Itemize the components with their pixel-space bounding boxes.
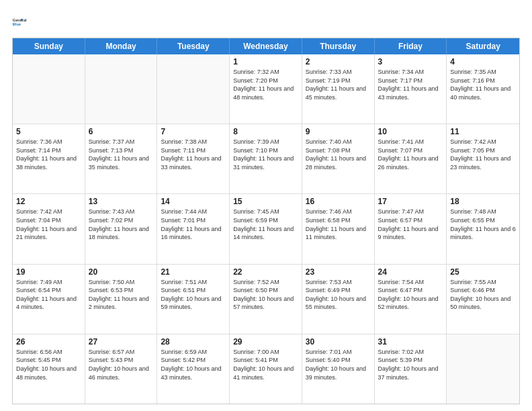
day-number: 26 — [16, 337, 81, 347]
header: General Blue — [12, 12, 520, 31]
day-cell-25: 25Sunrise: 7:55 AM Sunset: 6:46 PM Dayli… — [447, 265, 519, 334]
day-info: Sunrise: 7:53 AM Sunset: 6:49 PM Dayligh… — [306, 278, 371, 312]
day-cell-15: 15Sunrise: 7:45 AM Sunset: 6:59 PM Dayli… — [230, 194, 302, 263]
calendar-row-1: 5Sunrise: 7:36 AM Sunset: 7:14 PM Daylig… — [13, 124, 519, 193]
day-cell-20: 20Sunrise: 7:50 AM Sunset: 6:53 PM Dayli… — [85, 265, 158, 334]
day-number: 10 — [378, 127, 443, 136]
day-cell-5: 5Sunrise: 7:36 AM Sunset: 7:14 PM Daylig… — [13, 124, 85, 193]
day-cell-19: 19Sunrise: 7:49 AM Sunset: 6:54 PM Dayli… — [13, 265, 85, 334]
day-number: 2 — [306, 57, 371, 66]
day-cell-4: 4Sunrise: 7:35 AM Sunset: 7:16 PM Daylig… — [447, 54, 519, 124]
day-number: 21 — [161, 267, 226, 277]
weekday-header-sunday: Sunday — [13, 38, 85, 54]
day-number: 12 — [16, 197, 81, 206]
day-info: Sunrise: 7:41 AM Sunset: 7:07 PM Dayligh… — [378, 138, 443, 171]
day-info: Sunrise: 7:35 AM Sunset: 7:16 PM Dayligh… — [450, 68, 516, 101]
day-number: 17 — [378, 197, 443, 206]
empty-cell-0-2 — [157, 54, 230, 124]
day-info: Sunrise: 7:38 AM Sunset: 7:11 PM Dayligh… — [161, 138, 226, 171]
day-number: 18 — [450, 197, 516, 206]
day-info: Sunrise: 7:54 AM Sunset: 6:47 PM Dayligh… — [378, 278, 443, 312]
weekday-header-tuesday: Tuesday — [157, 38, 230, 54]
day-cell-3: 3Sunrise: 7:34 AM Sunset: 7:17 PM Daylig… — [375, 54, 447, 124]
empty-cell-0-1 — [85, 54, 158, 124]
day-cell-31: 31Sunrise: 7:02 AM Sunset: 5:39 PM Dayli… — [375, 334, 447, 404]
day-info: Sunrise: 7:00 AM Sunset: 5:41 PM Dayligh… — [233, 348, 298, 381]
day-cell-21: 21Sunrise: 7:51 AM Sunset: 6:51 PM Dayli… — [157, 265, 230, 334]
day-number: 25 — [450, 267, 516, 277]
day-info: Sunrise: 7:50 AM Sunset: 6:53 PM Dayligh… — [89, 278, 154, 312]
logo: General Blue — [12, 12, 31, 31]
day-cell-22: 22Sunrise: 7:52 AM Sunset: 6:50 PM Dayli… — [230, 265, 302, 334]
calendar-row-3: 19Sunrise: 7:49 AM Sunset: 6:54 PM Dayli… — [13, 264, 519, 334]
day-number: 30 — [306, 337, 371, 347]
day-number: 31 — [378, 337, 443, 347]
logo-icon: General Blue — [12, 12, 31, 31]
day-info: Sunrise: 7:51 AM Sunset: 6:51 PM Dayligh… — [161, 278, 226, 312]
day-info: Sunrise: 7:42 AM Sunset: 7:04 PM Dayligh… — [16, 208, 81, 241]
day-info: Sunrise: 6:59 AM Sunset: 5:42 PM Dayligh… — [161, 348, 226, 381]
day-number: 9 — [306, 127, 371, 136]
empty-cell-4-6 — [447, 334, 519, 404]
day-cell-2: 2Sunrise: 7:33 AM Sunset: 7:19 PM Daylig… — [302, 54, 375, 124]
weekday-header-saturday: Saturday — [447, 38, 519, 54]
svg-text:Blue: Blue — [13, 22, 21, 26]
calendar: SundayMondayTuesdayWednesdayThursdayFrid… — [12, 38, 520, 404]
day-number: 20 — [89, 267, 154, 277]
day-number: 15 — [233, 197, 298, 206]
day-cell-27: 27Sunrise: 6:57 AM Sunset: 5:43 PM Dayli… — [85, 334, 158, 404]
day-info: Sunrise: 7:40 AM Sunset: 7:08 PM Dayligh… — [306, 138, 371, 171]
day-number: 14 — [161, 197, 226, 206]
day-info: Sunrise: 7:01 AM Sunset: 5:40 PM Dayligh… — [306, 348, 371, 381]
day-number: 4 — [450, 57, 516, 66]
day-info: Sunrise: 7:36 AM Sunset: 7:14 PM Dayligh… — [16, 138, 81, 171]
day-info: Sunrise: 7:43 AM Sunset: 7:02 PM Dayligh… — [89, 208, 154, 241]
day-number: 11 — [450, 127, 516, 136]
day-info: Sunrise: 6:56 AM Sunset: 5:45 PM Dayligh… — [16, 348, 81, 381]
day-cell-17: 17Sunrise: 7:47 AM Sunset: 6:57 PM Dayli… — [375, 194, 447, 263]
day-cell-10: 10Sunrise: 7:41 AM Sunset: 7:07 PM Dayli… — [375, 124, 447, 193]
day-info: Sunrise: 7:37 AM Sunset: 7:13 PM Dayligh… — [89, 138, 154, 171]
day-number: 3 — [378, 57, 443, 66]
day-cell-13: 13Sunrise: 7:43 AM Sunset: 7:02 PM Dayli… — [85, 194, 158, 263]
day-number: 5 — [16, 127, 81, 136]
day-number: 19 — [16, 267, 81, 277]
day-number: 28 — [161, 337, 226, 347]
calendar-body: 1Sunrise: 7:32 AM Sunset: 7:20 PM Daylig… — [13, 54, 519, 404]
day-info: Sunrise: 7:45 AM Sunset: 6:59 PM Dayligh… — [233, 208, 298, 241]
day-number: 8 — [233, 127, 298, 136]
day-info: Sunrise: 7:47 AM Sunset: 6:57 PM Dayligh… — [378, 208, 443, 241]
page: General Blue SundayMondayTuesdayWednesda… — [0, 0, 532, 411]
day-cell-7: 7Sunrise: 7:38 AM Sunset: 7:11 PM Daylig… — [157, 124, 230, 193]
day-info: Sunrise: 7:52 AM Sunset: 6:50 PM Dayligh… — [233, 278, 298, 312]
day-cell-16: 16Sunrise: 7:46 AM Sunset: 6:58 PM Dayli… — [302, 194, 375, 263]
day-cell-30: 30Sunrise: 7:01 AM Sunset: 5:40 PM Dayli… — [302, 334, 375, 404]
empty-cell-0-0 — [13, 54, 85, 124]
day-number: 27 — [89, 337, 154, 347]
day-cell-8: 8Sunrise: 7:39 AM Sunset: 7:10 PM Daylig… — [230, 124, 302, 193]
day-cell-28: 28Sunrise: 6:59 AM Sunset: 5:42 PM Dayli… — [157, 334, 230, 404]
day-cell-26: 26Sunrise: 6:56 AM Sunset: 5:45 PM Dayli… — [13, 334, 85, 404]
weekday-header-friday: Friday — [375, 38, 447, 54]
day-info: Sunrise: 7:44 AM Sunset: 7:01 PM Dayligh… — [161, 208, 226, 241]
calendar-header: SundayMondayTuesdayWednesdayThursdayFrid… — [13, 38, 519, 54]
calendar-row-2: 12Sunrise: 7:42 AM Sunset: 7:04 PM Dayli… — [13, 193, 519, 263]
day-info: Sunrise: 7:55 AM Sunset: 6:46 PM Dayligh… — [450, 278, 516, 312]
day-info: Sunrise: 7:34 AM Sunset: 7:17 PM Dayligh… — [378, 68, 443, 101]
calendar-row-0: 1Sunrise: 7:32 AM Sunset: 7:20 PM Daylig… — [13, 54, 519, 124]
day-number: 1 — [233, 57, 298, 66]
day-info: Sunrise: 7:02 AM Sunset: 5:39 PM Dayligh… — [378, 348, 443, 381]
day-number: 6 — [89, 127, 154, 136]
weekday-header-wednesday: Wednesday — [230, 38, 302, 54]
day-cell-11: 11Sunrise: 7:42 AM Sunset: 7:05 PM Dayli… — [447, 124, 519, 193]
svg-text:General: General — [13, 18, 27, 22]
calendar-row-4: 26Sunrise: 6:56 AM Sunset: 5:45 PM Dayli… — [13, 334, 519, 404]
weekday-header-thursday: Thursday — [302, 38, 375, 54]
weekday-header-monday: Monday — [85, 38, 158, 54]
day-number: 23 — [306, 267, 371, 277]
day-cell-12: 12Sunrise: 7:42 AM Sunset: 7:04 PM Dayli… — [13, 194, 85, 263]
day-info: Sunrise: 7:39 AM Sunset: 7:10 PM Dayligh… — [233, 138, 298, 171]
day-info: Sunrise: 7:46 AM Sunset: 6:58 PM Dayligh… — [306, 208, 371, 241]
day-number: 29 — [233, 337, 298, 347]
day-info: Sunrise: 7:49 AM Sunset: 6:54 PM Dayligh… — [16, 278, 81, 312]
